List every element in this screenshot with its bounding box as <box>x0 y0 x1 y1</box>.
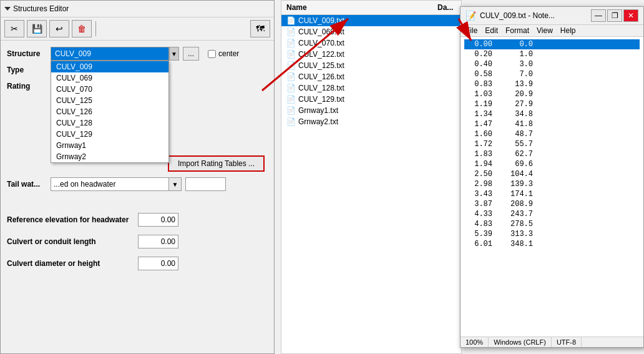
notepad-encoding: UTF-8 <box>552 337 582 347</box>
tailwater-label: Tail wat... <box>7 180 51 189</box>
dropdown-item-culv126[interactable]: CULV_126 <box>51 106 168 117</box>
notepad-row-12: 1.94 69.6 <box>464 159 640 169</box>
delete-icon: 🗑 <box>77 24 86 34</box>
dropdown-item-culv129[interactable]: CULV_129 <box>51 129 168 140</box>
culvert-len-input[interactable] <box>138 235 178 248</box>
undo-button[interactable]: ↩ <box>49 20 69 37</box>
culvert-diam-input[interactable] <box>138 257 178 270</box>
notepad-col2-20: 348.1 <box>505 240 533 248</box>
notepad-row-9: 1.60 48.7 <box>464 129 640 139</box>
notepad-menubar: File Edit Format View Help <box>461 25 643 37</box>
menu-edit[interactable]: Edit <box>485 26 498 35</box>
file-item-culv128[interactable]: 📄 CULV_128.txt <box>281 82 461 94</box>
dropdown-item-culv125[interactable]: CULV_125 <box>51 95 168 106</box>
notepad-row-14: 2.98 139.3 <box>464 179 640 189</box>
menu-view[interactable]: View <box>537 26 553 35</box>
file-name-grnway2: Grnway2.txt <box>298 117 338 126</box>
dots-button[interactable]: ... <box>183 47 199 61</box>
save-icon: 💾 <box>32 24 42 34</box>
notepad-row-1: 0.20 1.0 <box>464 49 640 59</box>
notepad-col1-17: 4.33 <box>464 210 492 219</box>
notepad-row-6: 1.19 27.9 <box>464 99 640 109</box>
dropdown-item-culv128[interactable]: CULV_128 <box>51 117 168 129</box>
notepad-window: 📝 CULV_009.txt - Note... — ❐ ✕ File Edit… <box>460 6 644 348</box>
file-item-culv125[interactable]: 📄 CULV_125.txt <box>281 60 461 71</box>
import-rating-tables-button[interactable]: Import Rating Tables ... <box>168 155 265 172</box>
dropdown-item-culv009[interactable]: CULV_009 <box>51 61 168 72</box>
file-icon-culv128: 📄 <box>286 84 296 92</box>
notepad-col2-17: 243.7 <box>505 210 533 219</box>
dropdown-item-grnway2[interactable]: Grnway2 <box>51 151 168 162</box>
file-name-culv069: CULV_069.txt <box>298 27 344 36</box>
file-item-grnway1[interactable]: 📄 Grnway1.txt <box>281 105 461 116</box>
notepad-row-11: 1.83 62.7 <box>464 149 640 159</box>
delete-button[interactable]: 🗑 <box>72 20 92 37</box>
structure-selected-value[interactable]: CULV_009 <box>51 47 169 61</box>
ref-elev-input[interactable] <box>138 213 178 227</box>
file-item-grnway2[interactable]: 📄 Grnway2.txt <box>281 116 461 127</box>
file-icon-culv129: 📄 <box>286 95 296 104</box>
tailwater-value[interactable]: ...ed on headwater <box>51 177 169 191</box>
cut-button[interactable]: ✂ <box>4 20 24 37</box>
notepad-col1-2: 0.40 <box>464 60 492 69</box>
file-icon-culv069: 📄 <box>286 27 296 36</box>
notepad-col2-4: 13.9 <box>505 80 533 89</box>
tailwater-input[interactable] <box>185 177 226 191</box>
file-name-culv129: CULV_129.txt <box>298 95 344 104</box>
file-item-culv009[interactable]: 📄 CULV_009.txt <box>281 15 461 26</box>
culvert-diam-label: Culvert diameter or height <box>7 259 138 268</box>
file-item-culv122[interactable]: 📄 CULV_122.txt <box>281 49 461 60</box>
notepad-col1-11: 1.83 <box>464 150 492 159</box>
structures-panel: Structures Editor ✂ 💾 ↩ 🗑 🗺 Structure CU… <box>0 0 275 354</box>
structure-dropdown-arrow[interactable]: ▼ <box>169 47 179 61</box>
menu-help[interactable]: Help <box>560 26 576 35</box>
dropdown-item-culv070[interactable]: CULV_070 <box>51 84 168 95</box>
notepad-row-18: 4.83 278.5 <box>464 219 640 229</box>
center-checkbox[interactable] <box>208 50 216 58</box>
dropdown-item-grnway1[interactable]: Grnway1 <box>51 140 168 151</box>
file-item-culv069[interactable]: 📄 CULV_069.txt <box>281 26 461 37</box>
center-label: center <box>218 49 239 58</box>
notepad-row-8: 1.47 41.8 <box>464 119 640 129</box>
notepad-controls: — ❐ ✕ <box>591 9 638 22</box>
notepad-zoom: 100% <box>461 337 489 347</box>
notepad-col1-6: 1.19 <box>464 100 492 109</box>
notepad-col2-1: 1.0 <box>505 50 533 59</box>
map-button[interactable]: 🗺 <box>250 20 270 37</box>
toolbar: ✂ 💾 ↩ 🗑 🗺 <box>1 17 274 41</box>
notepad-col1-15: 3.43 <box>464 190 492 199</box>
notepad-row-10: 1.72 55.7 <box>464 139 640 149</box>
file-list: 📄 CULV_009.txt 📄 CULV_069.txt 📄 CULV_070… <box>281 15 461 127</box>
notepad-col1-12: 1.94 <box>464 160 492 169</box>
notepad-line-ending: Windows (CRLF) <box>489 337 552 347</box>
notepad-minimize-button[interactable]: — <box>591 9 606 22</box>
notepad-col1-16: 3.87 <box>464 200 492 209</box>
menu-file[interactable]: File <box>466 26 477 35</box>
save-button[interactable]: 💾 <box>27 20 47 37</box>
file-item-culv070[interactable]: 📄 CULV_070.txt <box>281 37 461 49</box>
dropdown-item-culv069[interactable]: CULV_069 <box>51 72 168 84</box>
file-name-culv126: CULV_126.txt <box>298 72 344 81</box>
notepad-col2-0: 0.0 <box>505 40 533 49</box>
file-name-culv070: CULV_070.txt <box>298 39 344 47</box>
structure-label: Structure <box>7 49 51 58</box>
file-name-culv122: CULV_122.txt <box>298 50 344 59</box>
file-item-culv126[interactable]: 📄 CULV_126.txt <box>281 71 461 82</box>
notepad-row-20: 6.01 348.1 <box>464 239 640 249</box>
notepad-col2-12: 69.6 <box>505 160 533 169</box>
notepad-close-button[interactable]: ✕ <box>623 9 638 22</box>
notepad-col1-4: 0.83 <box>464 80 492 89</box>
notepad-statusbar: 100% Windows (CRLF) UTF-8 <box>461 337 643 347</box>
structure-dropdown[interactable]: CULV_009 ▼ CULV_009 CULV_069 CULV_070 CU… <box>51 47 179 61</box>
menu-format[interactable]: Format <box>505 26 529 35</box>
notepad-col1-8: 1.47 <box>464 120 492 129</box>
notepad-col2-14: 139.3 <box>505 180 533 189</box>
notepad-restore-button[interactable]: ❐ <box>607 9 622 22</box>
notepad-row-17: 4.33 243.7 <box>464 209 640 219</box>
file-item-culv129[interactable]: 📄 CULV_129.txt <box>281 94 461 105</box>
notepad-col2-13: 104.4 <box>505 170 533 179</box>
tailwater-dropdown-arrow[interactable]: ▼ <box>169 177 182 191</box>
tailwater-dropdown[interactable]: ...ed on headwater ▼ <box>51 177 182 191</box>
notepad-col2-19: 313.3 <box>505 230 533 238</box>
form-area: Structure CULV_009 ▼ CULV_009 CULV_069 C… <box>1 41 274 93</box>
